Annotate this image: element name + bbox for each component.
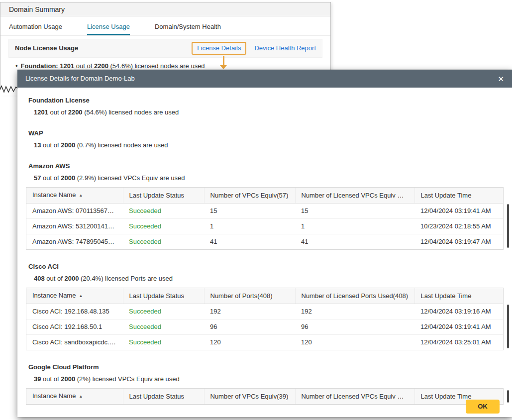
status-cell: Succeeded — [123, 204, 204, 219]
column-header[interactable]: Instance Name▲ — [26, 389, 123, 405]
window-titlebar: Domain Summary — [0, 2, 330, 16]
total-count: 2000 — [61, 375, 75, 383]
column-header[interactable]: Last Update Time — [414, 288, 503, 304]
license-usage-summary: 1201 out of 2200 (54.6%) licensed nodes … — [28, 108, 504, 116]
column-header[interactable]: Instance Name▲ — [26, 288, 123, 304]
cell: 12/04/2024 03:25:01 AM — [414, 335, 503, 350]
column-header[interactable]: Number of Licensed VPCs Equiv Used(3... — [295, 389, 414, 405]
cell: 15 — [295, 204, 414, 219]
column-header[interactable]: Number of VPCs Equiv(57) — [204, 188, 295, 204]
window-title: Domain Summary — [9, 5, 65, 13]
cell: 41 — [295, 234, 414, 250]
cell: Amazon AWS: 747895045325 — [26, 234, 123, 250]
rest-text: (54.6%) licensed nodes are used — [110, 62, 205, 70]
sort-asc-icon: ▲ — [79, 193, 83, 198]
cell: 10/23/2024 02:18:55 AM — [414, 219, 503, 234]
column-header[interactable]: Last Update Status — [123, 288, 204, 304]
foundation-usage-line: •Foundation: 1201 out of 2200 (54.6%) li… — [0, 58, 330, 70]
section-heading: Cisco ACI — [28, 263, 504, 271]
header-row: Instance Name▲Last Update StatusNumber o… — [26, 389, 503, 405]
total-count: 2000 — [64, 275, 79, 282]
cell: Cisco ACI: sandboxapicdc.cisco.c — [26, 335, 123, 350]
table-row: Cisco ACI: sandboxapicdc.cisco.cSucceede… — [26, 335, 503, 350]
node-license-usage-bar: Node License Usage License Details Devic… — [8, 39, 322, 58]
used-count: 39 — [34, 375, 41, 383]
license-section: Cisco ACI408 out of 2000 (20.4%) license… — [28, 263, 504, 350]
total-count: 2000 — [61, 174, 75, 182]
cell: Amazon AWS: 531200141477 — [26, 219, 123, 234]
table-scrollbar-thumb[interactable] — [507, 390, 509, 403]
tab-domain-system-health[interactable]: Domain/System Health — [155, 23, 221, 35]
license-section: WAP13 out of 2000 (0.7%) licensed nodes … — [28, 129, 504, 149]
section-heading: Foundation License — [28, 97, 504, 105]
section-links: License Details Device Health Report — [192, 42, 316, 55]
status-cell: Succeeded — [123, 234, 204, 250]
bullet-icon: • — [15, 62, 18, 70]
callout-arrow-line — [223, 56, 224, 66]
tab-automation-usage[interactable]: Automation Usage — [9, 23, 62, 35]
license-usage-summary: 408 out of 2000 (20.4%) licensed Ports a… — [28, 275, 504, 283]
device-health-report-link[interactable]: Device Health Report — [254, 44, 316, 52]
column-header[interactable]: Number of Ports(408) — [204, 288, 295, 304]
cell: 96 — [295, 319, 414, 335]
license-section: Foundation License1201 out of 2200 (54.6… — [28, 97, 504, 116]
license-table: Instance Name▲Last Update StatusNumber o… — [26, 288, 504, 350]
column-header[interactable]: Number of Licensed VPCs Equiv Used(5... — [295, 188, 414, 204]
license-details-modal: License Details for Domain Demo-Lab ✕ Fo… — [17, 70, 512, 417]
sort-asc-icon: ▲ — [79, 394, 83, 399]
modal-body: Foundation License1201 out of 2200 (54.6… — [17, 88, 512, 417]
total-count: 2200 — [94, 62, 108, 70]
torn-edge-decoration — [0, 84, 19, 96]
column-header[interactable]: Number of VPCs Equiv(39) — [204, 389, 295, 405]
modal-header: License Details for Domain Demo-Lab ✕ — [17, 70, 512, 88]
table-row: Cisco ACI: 192.168.48.135Succeeded192192… — [26, 304, 503, 319]
used-count: 1201 — [34, 108, 48, 116]
table-row: Amazon AWS: 070113567925Succeeded151512/… — [26, 204, 503, 219]
cell: 12/04/2024 03:19:16 AM — [414, 304, 503, 319]
conj-text: out of — [76, 62, 93, 70]
table-row: Amazon AWS: 531200141477Succeeded1110/23… — [26, 219, 503, 234]
status-cell: Succeeded — [123, 219, 204, 234]
foundation-label: Foundation: — [21, 62, 58, 70]
license-usage-summary: 13 out of 2000 (0.7%) licensed nodes are… — [28, 141, 504, 149]
cell: Cisco ACI: 192.168.48.135 — [26, 304, 123, 319]
tab-license-usage[interactable]: License Usage — [87, 23, 130, 35]
total-count: 2200 — [68, 108, 83, 116]
cell: Cisco ACI: 192.168.50.1 — [26, 319, 123, 335]
table-scrollbar-thumb[interactable] — [507, 305, 509, 348]
cell: 1 — [295, 219, 414, 234]
close-icon[interactable]: ✕ — [498, 75, 504, 83]
cell: 12/04/2024 03:19:41 AM — [414, 204, 503, 219]
section-heading: Google Cloud Platform — [28, 363, 504, 371]
cell: 192 — [204, 304, 295, 319]
section-heading: Amazon AWS — [28, 162, 504, 170]
column-header[interactable]: Last Update Status — [123, 188, 204, 204]
modal-title: License Details for Domain Demo-Lab — [25, 75, 135, 83]
used-count: 13 — [34, 141, 41, 149]
cell: 12/04/2024 03:19:41 AM — [414, 319, 503, 335]
cell: Amazon AWS: 070113567925 — [26, 204, 123, 219]
table-row: Amazon AWS: 747895045325Succeeded414112/… — [26, 234, 503, 250]
column-header[interactable]: Last Update Time — [414, 188, 503, 204]
cell: 192 — [295, 304, 414, 319]
ok-button[interactable]: OK — [466, 400, 500, 414]
license-section: Google Cloud Platform39 out of 2000 (2%)… — [28, 363, 504, 405]
used-count: 1201 — [60, 62, 74, 70]
cell: 96 — [204, 319, 295, 335]
license-details-link[interactable]: License Details — [192, 42, 246, 55]
cell: 15 — [204, 204, 295, 219]
total-count: 2000 — [61, 141, 75, 149]
column-header[interactable]: Number of Licensed Ports Used(408) — [295, 288, 414, 304]
cell: 1 — [204, 219, 295, 234]
table-row: Cisco ACI: 192.168.50.1Succeeded969612/0… — [26, 319, 503, 335]
cell: 120 — [204, 335, 295, 350]
table-scrollbar-thumb[interactable] — [507, 204, 509, 248]
section-heading: WAP — [28, 129, 504, 137]
status-cell: Succeeded — [123, 319, 204, 335]
column-header[interactable]: Instance Name▲ — [26, 188, 123, 204]
callout-arrow-head — [220, 65, 227, 69]
cell: 120 — [295, 335, 414, 350]
sort-asc-icon: ▲ — [79, 294, 83, 298]
column-header[interactable]: Last Update Status — [123, 389, 204, 405]
license-section: Amazon AWS57 out of 2000 (2.9%) licensed… — [28, 162, 504, 250]
